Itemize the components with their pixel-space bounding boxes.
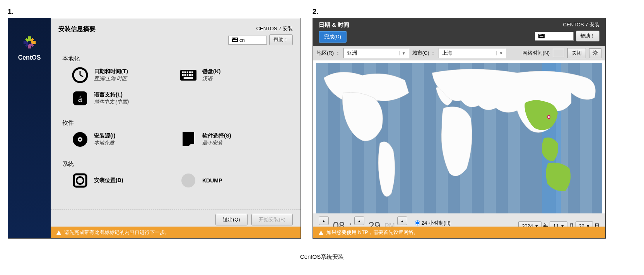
install-label-2: CENTOS 7 安装 xyxy=(535,21,600,28)
keyboard-icon xyxy=(538,34,545,38)
svg-point-36 xyxy=(181,174,195,187)
source-title: 安装源(I) xyxy=(94,132,115,139)
svg-line-48 xyxy=(593,51,594,52)
svg-line-50 xyxy=(593,54,594,55)
keyboard-item[interactable]: 键盘(K) 汉语 xyxy=(180,67,289,83)
system-heading: 系统 xyxy=(62,160,289,168)
ntp-settings-button[interactable] xyxy=(589,48,601,58)
svg-text:á: á xyxy=(78,94,82,104)
warning-bar-2: 如果您要使用 NTP，需要首先设置网络。 xyxy=(313,227,605,238)
kdump-item[interactable]: KDUMP xyxy=(180,172,289,189)
svg-rect-8 xyxy=(232,38,238,42)
localization-heading: 本地化 xyxy=(62,55,289,62)
language-item[interactable]: á 语言支持(L) 简体中文 (中国) xyxy=(72,90,180,107)
region-value: 亚洲 xyxy=(347,50,357,57)
panel-2-number: 2. xyxy=(313,8,606,16)
selection-item[interactable]: 软件选择(S) 最小安装 xyxy=(180,131,289,148)
svg-rect-11 xyxy=(235,38,236,39)
ntp-label: 网络时间(N) xyxy=(523,50,550,57)
ntp-switch[interactable] xyxy=(553,49,564,57)
warning-icon xyxy=(319,230,323,235)
centos-logo-icon xyxy=(21,34,38,51)
lang-code: cn xyxy=(239,37,245,43)
source-item[interactable]: 安装源(I) 本地介质 xyxy=(72,131,180,148)
svg-rect-25 xyxy=(187,74,188,76)
svg-rect-19 xyxy=(184,71,186,73)
svg-rect-27 xyxy=(191,74,193,76)
keyboard-large-icon xyxy=(180,67,196,83)
quit-button[interactable]: 退出(Q) xyxy=(215,214,248,225)
svg-rect-9 xyxy=(232,38,233,39)
warning-icon xyxy=(56,230,61,235)
svg-rect-26 xyxy=(189,74,191,76)
summary-panel: CentOS 安装信息摘要 CENTOS 7 安装 cn 帮助！ xyxy=(8,18,301,239)
svg-rect-20 xyxy=(187,71,188,73)
software-heading: 软件 xyxy=(62,119,289,127)
city-value: 上海 xyxy=(442,50,452,57)
svg-line-16 xyxy=(80,75,83,77)
svg-rect-13 xyxy=(233,40,237,41)
svg-point-43 xyxy=(594,52,596,54)
datetime-item[interactable]: 日期和时间(T) 亚洲/上海 时区 xyxy=(72,67,180,83)
help-button-2[interactable]: 帮助！ xyxy=(576,31,600,41)
svg-line-51 xyxy=(596,51,597,52)
city-label: 城市(C) ： xyxy=(412,50,436,57)
datetime-panel: 日期 & 时间 完成(D) CENTOS 7 安装 cn 帮助！ 地区(R) ： xyxy=(313,18,606,239)
svg-rect-21 xyxy=(189,71,191,73)
chevron-down-icon: ▼ xyxy=(399,51,406,55)
clock-icon xyxy=(72,67,88,83)
svg-point-65 xyxy=(548,116,550,118)
gear-icon xyxy=(593,50,598,55)
svg-rect-18 xyxy=(182,71,183,73)
svg-rect-34 xyxy=(74,174,86,187)
language-title: 语言支持(L) xyxy=(94,91,129,98)
keyboard-sub: 汉语 xyxy=(202,75,220,82)
kdump-icon xyxy=(180,172,196,189)
svg-point-33 xyxy=(79,139,81,141)
keyboard-icon xyxy=(232,38,238,42)
svg-rect-24 xyxy=(184,74,186,76)
sidebar: CentOS xyxy=(8,18,51,238)
svg-rect-52 xyxy=(316,63,328,213)
disc-icon xyxy=(72,131,88,148)
summary-title: 安装信息摘要 xyxy=(58,25,96,33)
region-label: 地区(R) ： xyxy=(317,50,340,57)
city-dropdown[interactable]: 上海 ▼ xyxy=(439,48,506,58)
datetime-title: 日期和时间(T) xyxy=(94,68,128,75)
datetime-panel-title: 日期 & 时间 xyxy=(319,21,349,29)
datetime-sub: 亚洲/上海 时区 xyxy=(94,75,128,82)
svg-rect-37 xyxy=(538,34,545,38)
radio-24h[interactable]: 24 小时制(H) xyxy=(415,220,451,227)
chevron-down-icon: ▼ xyxy=(496,51,503,55)
hour-up-button[interactable]: ▲ xyxy=(319,217,329,225)
svg-rect-22 xyxy=(191,71,193,73)
warning-bar: 请先完成带有此图标标记的内容再进行下一步。 xyxy=(51,227,301,238)
language-sub: 简体中文 (中国) xyxy=(94,98,129,105)
help-button[interactable]: 帮助！ xyxy=(269,34,293,45)
svg-rect-56 xyxy=(412,63,424,213)
ampm-up-button[interactable]: ▲ xyxy=(397,217,407,225)
destination-title: 安装位置(D) xyxy=(94,177,123,184)
language-indicator[interactable]: cn xyxy=(228,36,267,45)
selection-sub: 最小安装 xyxy=(202,139,231,146)
svg-rect-12 xyxy=(236,38,237,39)
region-dropdown[interactable]: 亚洲 ▼ xyxy=(343,48,409,58)
panel-1-number: 1. xyxy=(8,8,301,16)
svg-rect-42 xyxy=(540,36,543,37)
minute-up-button[interactable]: ▲ xyxy=(354,217,364,225)
install-label: CENTOS 7 安装 xyxy=(228,25,293,32)
warning-text-2: 如果您要使用 NTP，需要首先设置网络。 xyxy=(326,229,419,236)
svg-rect-41 xyxy=(543,34,543,35)
keyboard-title: 键盘(K) xyxy=(202,68,220,75)
source-sub: 本地介质 xyxy=(94,139,115,146)
svg-rect-39 xyxy=(540,34,541,35)
svg-rect-28 xyxy=(184,77,193,79)
selection-title: 软件选择(S) xyxy=(202,132,231,139)
begin-install-button[interactable]: 开始安装(B) xyxy=(251,214,293,225)
language-indicator-2[interactable]: cn xyxy=(535,32,574,41)
figure-caption: CentOS系统安装 xyxy=(0,253,644,261)
done-button[interactable]: 完成(D) xyxy=(319,31,347,43)
ntp-off-button[interactable]: 关闭 xyxy=(567,48,586,58)
destination-item[interactable]: 安装位置(D) xyxy=(72,172,180,189)
timezone-map[interactable] xyxy=(316,63,602,213)
